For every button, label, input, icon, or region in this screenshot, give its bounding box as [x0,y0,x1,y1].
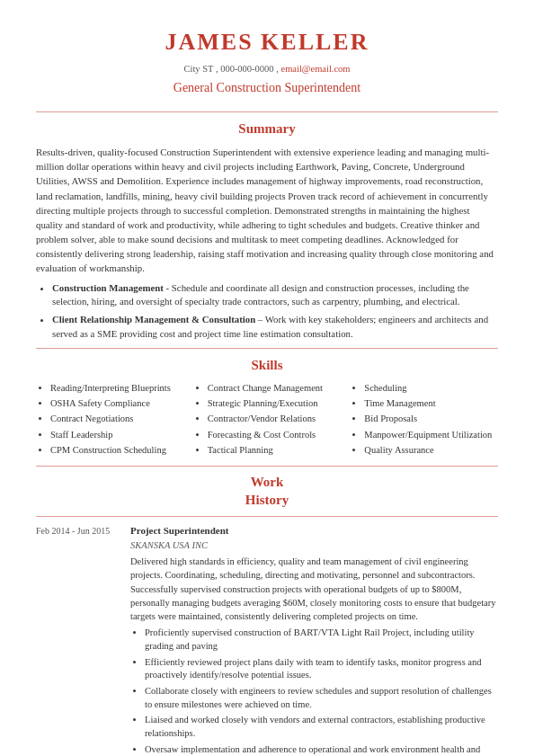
skill-3-5: Quality Assurance [364,443,498,457]
summary-bullet-2-title: Client Relationship Management & Consult… [52,314,255,325]
skills-columns: Reading/Interpreting Blueprints OSHA Saf… [36,381,498,458]
skill-2-3: Contractor/Vendor Relations [208,412,342,425]
summary-bullet-1: Construction Management - Schedule and c… [52,281,498,309]
work-dates-1: Feb 2014 - Jun 2015 [36,524,121,756]
contact-info: City ST , 000-000-0000 , email@email.com [36,62,498,76]
skills-col-2: Contract Change Management Strategic Pla… [193,381,342,458]
contact-city: City ST [183,64,213,74]
work-bullet-1-2: Efficiently reviewed project plans daily… [145,656,498,682]
work-entry-1: Feb 2014 - Jun 2015 Project Superintende… [36,524,498,756]
skill-1-1: Reading/Interpreting Blueprints [50,381,184,395]
contact-email[interactable]: email@email.com [281,64,351,74]
work-history-title: Work History [36,474,498,509]
skill-2-5: Tactical Planning [208,443,342,457]
skill-3-1: Scheduling [364,381,498,395]
work-bullet-1-3: Collaborate closely with engineers to re… [145,685,498,711]
candidate-name: JAMES KELLER [36,25,498,59]
skill-3-3: Bid Proposals [364,412,498,425]
skills-col-3: Scheduling Time Management Bid Proposals… [350,381,498,458]
work-bullet-1-4: Liaised and worked closely with vendors … [145,714,498,740]
work-bullet-1-1: Proficiently supervised construction of … [145,627,498,653]
work-bullet-1-5: Oversaw implementation and adherence to … [145,743,498,756]
work-history-label1: Work [251,475,284,489]
summary-bullets: Construction Management - Schedule and c… [52,281,498,342]
work-details-1: Project Superintendent SKANSKA USA INC D… [130,524,498,756]
skill-1-4: Staff Leadership [50,428,184,441]
summary-bullet-1-title: Construction Management [52,282,164,293]
work-company-1: SKANSKA USA INC [130,538,498,552]
skill-1-2: OSHA Safety Compliance [50,396,184,410]
summary-bullet-2: Client Relationship Management & Consult… [52,313,498,341]
skill-1-3: Contract Negotiations [50,412,184,425]
header-divider [36,111,498,112]
summary-body: Results-driven, quality-focused Construc… [36,145,498,276]
work-job-title-1: Project Superintendent [130,524,498,538]
summary-divider [36,348,498,349]
skills-section: Reading/Interpreting Blueprints OSHA Saf… [36,381,498,458]
resume-page: JAMES KELLER City ST , 000-000-0000 , em… [0,0,534,756]
summary-title: Summary [36,120,498,139]
skill-3-4: Manpower/Equipment Utilization [364,428,498,441]
work-history-label2: History [245,493,289,507]
work-history-divider [36,516,498,517]
skill-2-1: Contract Change Management [208,381,342,395]
contact-phone: 000-000-0000 [220,64,274,74]
skill-1-5: CPM Construction Scheduling [50,443,184,457]
header: JAMES KELLER City ST , 000-000-0000 , em… [36,25,498,104]
work-bullets-1: Proficiently supervised construction of … [145,627,498,756]
work-description-1: Delivered high standards in efficiency, … [130,555,498,623]
skill-2-4: Forecasting & Cost Controls [208,428,342,441]
skill-2-2: Strategic Planning/Execution [208,396,342,410]
skills-col-1: Reading/Interpreting Blueprints OSHA Saf… [36,381,184,458]
job-title: General Construction Superintendent [36,79,498,97]
skills-title: Skills [36,356,498,376]
skills-divider [36,466,498,467]
skill-3-2: Time Management [364,396,498,410]
